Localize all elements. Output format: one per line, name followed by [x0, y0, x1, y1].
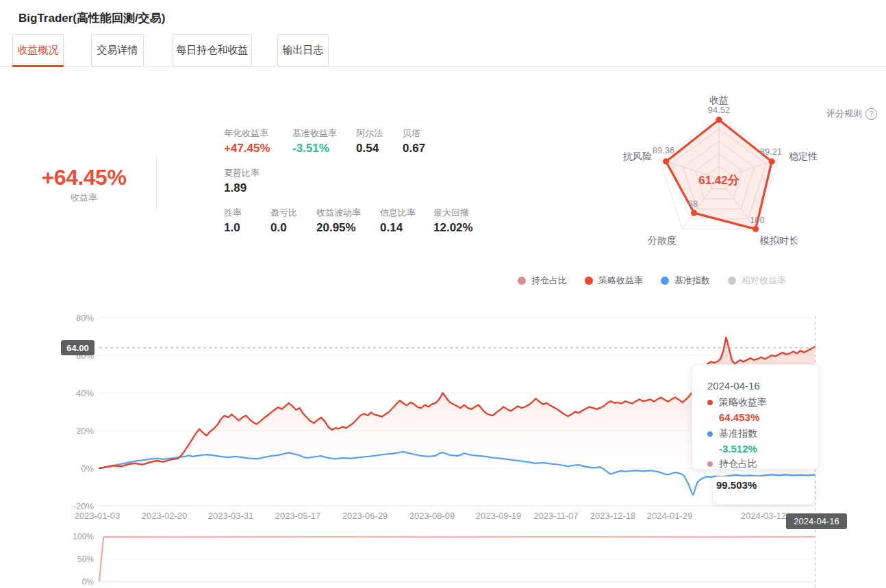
x-axis-tick-label: 2023-05-17 [275, 511, 321, 521]
x-axis-tick-label: 2023-03-31 [208, 511, 254, 521]
legend-dot-icon [661, 277, 669, 285]
legend-dot-icon [518, 277, 526, 285]
x-axis-tick-label: 2023-02-20 [142, 511, 188, 521]
radar-value-diversification: 68 [688, 199, 698, 209]
radar-vertex-dot [716, 116, 722, 123]
y-axis-tick-label: -20% [73, 501, 94, 511]
mini-y-axis-tick-label: 100% [73, 532, 94, 541]
chart-legend: 持仓占比 策略收益率 基准指数 相对收益率 [518, 274, 786, 287]
metric-sharpe: 夏普比率 1.89 [224, 167, 306, 195]
metric-beta: 贝塔 0.67 [403, 127, 444, 155]
x-axis-tick-label: 2023-01-03 [75, 511, 121, 521]
crosshair-y-badge: 64.00 [61, 340, 94, 355]
main-x-axis-labels: 2023-01-032023-02-202023-03-312023-05-17… [75, 511, 787, 521]
tab-profit-overview[interactable]: 收益概况 [12, 34, 64, 66]
radar-axis-sim-duration: 模拟时长 [759, 235, 798, 246]
x-axis-tick-label: 2023-08-09 [409, 511, 455, 521]
mini-y-axis-labels: 100%50%0% [73, 532, 94, 587]
tab-daily-positions[interactable]: 每日持仓和收益 [173, 34, 252, 66]
legend-item-benchmark-index[interactable]: 基准指数 [661, 274, 710, 287]
tabs-divider [0, 66, 886, 67]
tab-label: 收益概况 [18, 44, 59, 57]
radar-axis-stability: 稳定性 [789, 151, 818, 162]
x-axis-tick-label: 2023-06-29 [342, 511, 388, 521]
vertical-divider [156, 155, 157, 211]
radar-axis-risk-resistance: 抗风险 [622, 151, 652, 162]
tooltip-date: 2024-04-16 [707, 380, 760, 392]
tab-label: 输出日志 [283, 44, 324, 57]
legend-dot-icon [707, 431, 713, 437]
total-return-block: +64.45% 收益率 [27, 165, 140, 204]
radar-score: 61.42分 [698, 174, 740, 187]
score-radar-chart[interactable]: 收益 94.52 稳定性 89.21 模拟时长 100 分散度 68 抗风险 8… [603, 89, 835, 257]
tab-label: 交易详情 [97, 44, 138, 57]
legend-item-strategy-return[interactable]: 策略收益率 [585, 274, 643, 287]
legend-dot-icon [707, 461, 713, 467]
legend-dot-icon [728, 277, 736, 285]
total-return-value: +64.45% [27, 165, 140, 190]
tooltip-row-strategy: 策略收益率 [707, 396, 767, 409]
tooltip-row-position: 持仓占比 [707, 458, 757, 470]
radar-vertex-dot [691, 209, 697, 216]
legend-dot-icon [707, 400, 713, 405]
crosshair-x-badge: 2024-04-16 [786, 513, 847, 529]
page-title: BigTrader(高性能回测/交易) [18, 10, 165, 26]
radar-vertex-dot [752, 226, 759, 232]
mini-gridlines [99, 537, 815, 582]
tab-output-log[interactable]: 输出日志 [277, 34, 329, 66]
active-tab-indicator [12, 65, 64, 67]
y-axis-tick-label: 40% [76, 388, 94, 398]
x-axis-tick-label: 2023-12-18 [590, 511, 636, 521]
tooltip-value-position: 99.503% [712, 476, 815, 504]
tooltip-value-benchmark: -3.512% [719, 443, 757, 455]
radar-vertex-dot [769, 158, 775, 164]
radar-vertex-dot [663, 158, 669, 164]
legend-item-relative-return[interactable]: 相对收益率 [728, 274, 786, 287]
y-axis-tick-label: 20% [76, 426, 94, 436]
legend-dot-icon [585, 277, 593, 285]
tab-trade-details[interactable]: 交易详情 [91, 34, 144, 66]
radar-axis-return: 收益 [709, 94, 729, 105]
x-axis-tick-label: 2024-03-12 [741, 511, 787, 521]
y-axis-tick-label: 0% [81, 463, 94, 474]
x-axis-tick-label: 2024-01-29 [647, 511, 693, 521]
radar-value-stability: 89.21 [760, 146, 783, 157]
chart-tooltip: 2024-04-16 策略收益率 64.453% 基准指数 -3.512% 持仓… [692, 364, 819, 470]
metric-max-drawdown: 最大回撤 12.02% [433, 207, 492, 235]
radar-axis-diversification: 分散度 [648, 235, 676, 246]
metric-profit-loss-ratio: 盈亏比 0.0 [270, 207, 308, 235]
bigtrader-backtest-page: BigTrader(高性能回测/交易) 收益概况 交易详情 每日持仓和收益 输出… [0, 0, 886, 588]
legend-item-position-ratio[interactable]: 持仓占比 [518, 274, 567, 287]
x-axis-tick-label: 2023-09-19 [476, 511, 522, 521]
mini-y-axis-tick-label: 50% [77, 554, 94, 564]
metric-information-ratio: 信息比率 0.14 [380, 207, 428, 235]
question-circle-icon: ? [865, 108, 877, 120]
radar-value-risk-resistance: 89.36 [653, 145, 675, 155]
metric-volatility: 收益波动率 20.95% [316, 207, 375, 235]
tooltip-value-strategy: 64.453% [719, 411, 759, 423]
tooltip-row-benchmark: 基准指数 [707, 428, 757, 440]
total-return-label: 收益率 [27, 192, 140, 204]
x-axis-tick-label: 2023-11-07 [533, 511, 579, 521]
radar-value-return: 94.52 [708, 105, 731, 115]
mini-y-axis-tick-label: 0% [82, 577, 94, 587]
y-axis-tick-label: 80% [76, 313, 94, 323]
metric-win-rate: 胜率 1.0 [224, 207, 262, 235]
metric-alpha: 阿尔法 0.54 [356, 127, 397, 155]
radar-value-sim-duration: 100 [750, 215, 765, 225]
tab-label: 每日持仓和收益 [177, 44, 249, 57]
